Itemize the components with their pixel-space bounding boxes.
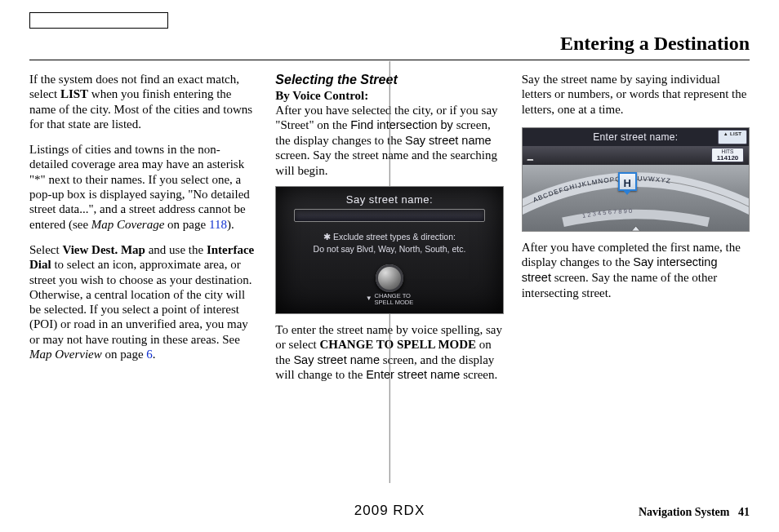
input-value: _	[527, 149, 711, 162]
text: ).	[227, 218, 234, 231]
screenshot-enter-street: Enter street name: ▲ LIST _ HITS 114120 …	[522, 127, 750, 232]
text-bold: CHANGE TO SPELL MODE	[319, 338, 476, 351]
text-italic: Map Overview	[29, 348, 102, 361]
footer: 2009 RDX Navigation System 41	[29, 506, 750, 519]
text: screen. Say the street name and the sear…	[275, 149, 497, 176]
text: .	[153, 348, 156, 361]
text: CHANGE TO SPELL MODE	[375, 293, 414, 307]
text-bold: View Dest. Map	[62, 243, 145, 256]
screen-title: Say street name:	[276, 193, 502, 206]
page-link[interactable]: 6	[146, 348, 153, 361]
text-bold: LIST	[60, 87, 88, 100]
screenshot-say-street: Say street name: ✱ Exclude street types …	[275, 186, 503, 314]
text: on page	[102, 348, 147, 361]
page-title: Entering a Destination	[29, 33, 750, 60]
section-label: Navigation System	[639, 506, 730, 518]
para: After you have completed the first name,…	[522, 240, 750, 300]
screen-name: Say street name	[293, 353, 380, 366]
change-mode-label: ▼ CHANGE TO SPELL MODE	[366, 293, 414, 307]
hits-value: 114120	[712, 155, 743, 162]
input-bar	[294, 209, 484, 222]
screen-name: Say street name	[405, 134, 492, 147]
page-number: Navigation System 41	[639, 506, 750, 519]
para: If the system does not find an exact mat…	[29, 72, 257, 131]
text: ▲ LIST	[719, 131, 746, 138]
screen-title: Enter street name:	[593, 131, 678, 143]
text: and use the	[145, 243, 207, 256]
hits-counter: HITS 114120	[711, 148, 744, 162]
page-link[interactable]: 118	[209, 218, 227, 231]
text-italic: Map Coverage	[91, 218, 165, 231]
annotation-box	[29, 12, 168, 29]
dial-icon	[376, 264, 403, 292]
para: Select View Dest. Map and use the Interf…	[29, 242, 257, 361]
note-line: Do not say Blvd, Way, North, South, etc.	[276, 244, 502, 255]
text: Select	[29, 243, 62, 256]
column-1: If the system does not find an exact mat…	[29, 72, 257, 393]
selected-key: H	[618, 172, 637, 191]
down-triangle-icon: ▼	[366, 295, 372, 303]
screen-name: Find intersection by	[350, 118, 453, 131]
text: on page	[164, 218, 209, 231]
input-row: _ HITS 114120	[523, 146, 749, 165]
screen-name: Enter street name	[366, 368, 460, 381]
column-3: Say the street name by saying individual…	[522, 72, 750, 393]
list-button: ▲ LIST	[718, 130, 747, 144]
text: to select an icon, approximate area, or …	[29, 258, 252, 345]
text: screen. Say the name of the other inters…	[522, 271, 718, 299]
para: Say the street name by saying individual…	[522, 72, 750, 117]
text: screen.	[460, 368, 497, 381]
screen-title-bar: Enter street name: ▲ LIST	[523, 128, 749, 146]
model-year: 2009 RDX	[354, 503, 425, 519]
para: Listings of cities and towns in the non-…	[29, 142, 257, 232]
note-line: ✱ Exclude street types & direction:	[276, 232, 502, 242]
page-num: 41	[738, 506, 750, 518]
svg-marker-2	[631, 226, 639, 231]
